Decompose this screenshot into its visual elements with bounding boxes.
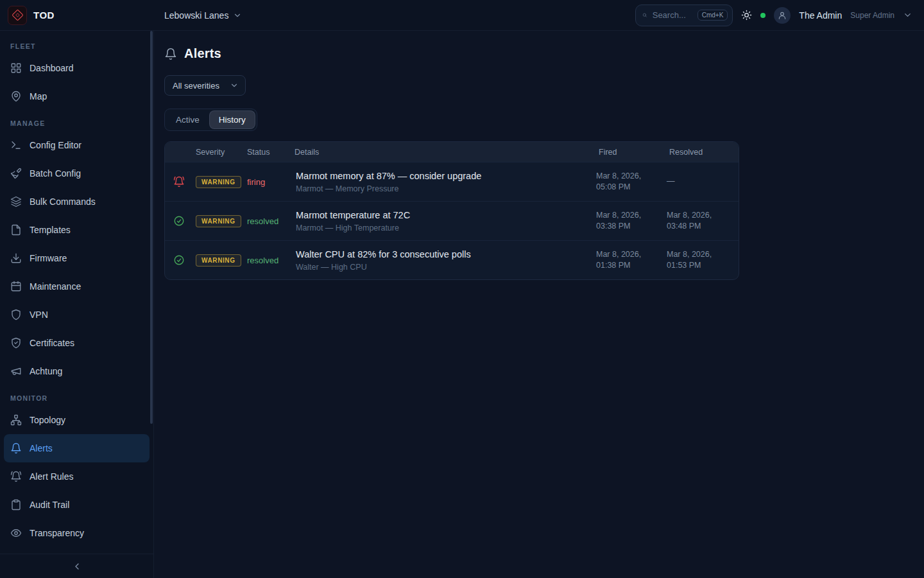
severity-filter-value: All severities (173, 81, 219, 91)
sidebar-item-transparency[interactable]: Transparency (0, 519, 153, 547)
file-icon (10, 224, 22, 236)
topbar-right: Cmd+K The Admin Super Admin (635, 4, 924, 26)
status-text: firing (244, 177, 292, 187)
grid-icon (10, 62, 22, 74)
header-status: Status (244, 148, 292, 157)
section-label-fleet: FLEET (0, 33, 153, 54)
topbar: TOD Lebowski Lanes Cmd+K The Admin Super… (0, 0, 924, 31)
sidebar-scrollbar[interactable] (150, 31, 153, 424)
header-severity: Severity (193, 148, 244, 157)
sidebar-item-bulk-commands[interactable]: Bulk Commands (0, 188, 153, 216)
org-name: Lebowski Lanes (164, 10, 228, 21)
table-header-row: Severity Status Details Fired Resolved (165, 142, 739, 162)
sidebar-item-firmware[interactable]: Firmware (0, 244, 153, 272)
sidebar-item-label: Achtung (30, 366, 62, 376)
fired-timestamp: Mar 8, 2026, 01:38 PM (596, 249, 667, 272)
app-layout: FLEET Dashboard Map MANAGE Config Editor… (0, 31, 924, 578)
sidebar-item-achtung[interactable]: Achtung (0, 357, 153, 385)
main-content: Alerts All severities Active History Sev… (154, 31, 924, 578)
section-label-monitor: MONITOR (0, 385, 153, 406)
check-circle-icon (165, 215, 193, 227)
user-icon (778, 11, 787, 20)
sidebar-item-label: Dashboard (30, 63, 74, 73)
sidebar-item-topology[interactable]: Topology (0, 406, 153, 434)
sidebar-item-label: Alerts (30, 443, 53, 453)
search-shortcut-badge: Cmd+K (697, 10, 728, 21)
sidebar-collapse-button[interactable] (72, 561, 82, 572)
sidebar-item-label: Transparency (30, 528, 84, 538)
user-name: The Admin (799, 10, 842, 21)
sidebar-item-label: Audit Trail (30, 500, 69, 510)
app-title: TOD (33, 10, 55, 21)
search-box[interactable]: Cmd+K (635, 4, 733, 26)
sidebar-item-alerts[interactable]: Alerts (4, 434, 150, 462)
org-selector[interactable]: Lebowski Lanes (164, 10, 242, 21)
alert-title: Marmot memory at 87% — consider upgrade (296, 171, 590, 181)
paintbrush-icon (10, 168, 22, 179)
sidebar-item-config-editor[interactable]: Config Editor (0, 131, 153, 159)
fired-timestamp: Mar 8, 2026, 05:08 PM (596, 171, 667, 193)
brand: TOD (0, 6, 154, 25)
eye-icon (10, 527, 22, 539)
section-label-manage: MANAGE (0, 110, 153, 131)
download-icon (10, 252, 22, 264)
sidebar-item-alert-rules[interactable]: Alert Rules (0, 462, 153, 491)
user-menu-chevron-icon[interactable] (903, 10, 912, 20)
alert-subtitle: Walter — High CPU (296, 263, 590, 272)
resolved-timestamp: Mar 8, 2026, 03:48 PM (667, 210, 739, 232)
sidebar-item-label: Templates (30, 225, 71, 235)
app-logo-icon (8, 6, 27, 25)
sidebar-item-label: Batch Config (30, 168, 81, 179)
alerts-table: Severity Status Details Fired Resolved W… (164, 141, 739, 280)
sidebar-item-audit-trail[interactable]: Audit Trail (0, 491, 153, 519)
alerts-tabs: Active History (164, 109, 257, 131)
sidebar-item-dashboard[interactable]: Dashboard (0, 54, 153, 82)
bell-icon (164, 48, 177, 60)
header-fired: Fired (596, 148, 667, 157)
alert-title: Marmot temperature at 72C (296, 210, 590, 220)
megaphone-icon (10, 365, 22, 377)
sidebar-item-vpn[interactable]: VPN (0, 301, 153, 329)
sidebar-item-maintenance[interactable]: Maintenance (0, 272, 153, 301)
logo-diamond-icon (12, 9, 23, 21)
calendar-icon (10, 281, 22, 292)
severity-filter-select[interactable]: All severities (164, 75, 246, 96)
terminal-icon (10, 139, 22, 151)
tab-history[interactable]: History (210, 111, 255, 128)
status-text: resolved (244, 216, 292, 226)
sidebar-item-certificates[interactable]: Certificates (0, 329, 153, 357)
chevron-left-icon (72, 561, 82, 572)
sidebar-item-label: Topology (30, 415, 65, 425)
table-row[interactable]: WARNING firing Marmot memory at 87% — co… (165, 162, 739, 201)
status-text: resolved (244, 256, 292, 265)
sidebar-item-label: Certificates (30, 338, 74, 348)
sidebar-item-label: Firmware (30, 253, 67, 263)
bell-ring-icon (10, 471, 22, 482)
alert-details: Marmot temperature at 72C Marmot — High … (292, 210, 596, 232)
chevron-down-icon (233, 11, 242, 20)
sidebar-item-batch-config[interactable]: Batch Config (0, 159, 153, 188)
alert-subtitle: Marmot — Memory Pressure (296, 184, 590, 193)
alert-subtitle: Marmot — High Temperature (296, 223, 590, 232)
alert-title: Walter CPU at 82% for 3 consecutive poll… (296, 249, 590, 259)
sidebar-item-map[interactable]: Map (0, 82, 153, 110)
tab-active[interactable]: Active (167, 111, 209, 128)
avatar[interactable] (774, 7, 791, 24)
severity-badge: WARNING (196, 176, 241, 188)
badge-check-icon (10, 337, 22, 349)
resolved-timestamp: — (667, 176, 739, 188)
table-row[interactable]: WARNING resolved Walter CPU at 82% for 3… (165, 240, 739, 279)
user-role-badge: Super Admin (850, 11, 894, 20)
sidebar-nav: FLEET Dashboard Map MANAGE Config Editor… (0, 31, 153, 554)
sidebar-item-templates[interactable]: Templates (0, 216, 153, 244)
theme-toggle-button[interactable] (741, 10, 752, 21)
sun-icon (741, 10, 752, 21)
sidebar-item-label: Config Editor (30, 140, 81, 150)
fired-timestamp: Mar 8, 2026, 03:38 PM (596, 210, 667, 232)
table-row[interactable]: WARNING resolved Marmot temperature at 7… (165, 201, 739, 240)
check-circle-icon (165, 254, 193, 266)
online-status-dot (760, 13, 766, 18)
sidebar-item-label: VPN (30, 310, 48, 320)
search-input[interactable] (653, 10, 692, 20)
sidebar-item-label: Bulk Commands (30, 197, 96, 207)
